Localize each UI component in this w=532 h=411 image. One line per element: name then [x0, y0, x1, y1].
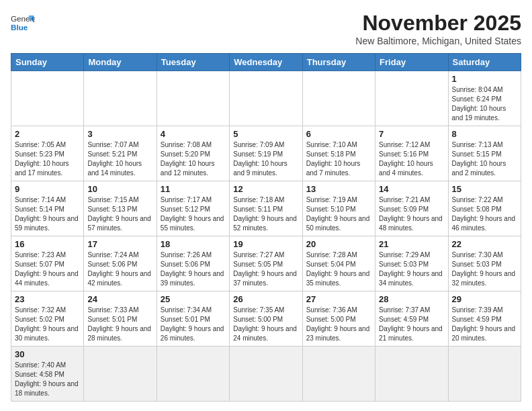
weekday-header-row: SundayMondayTuesdayWednesdayThursdayFrid… — [11, 54, 521, 71]
day-info: Sunrise: 7:36 AM Sunset: 5:00 PM Dayligh… — [306, 306, 371, 343]
calendar-cell — [157, 71, 229, 126]
calendar-cell: 25Sunrise: 7:34 AM Sunset: 5:01 PM Dayli… — [157, 291, 229, 347]
day-number: 3 — [87, 129, 152, 139]
calendar-cell: 22Sunrise: 7:30 AM Sunset: 5:03 PM Dayli… — [448, 236, 521, 291]
calendar-cell — [230, 71, 302, 126]
day-number: 12 — [233, 184, 298, 194]
day-number: 28 — [379, 294, 444, 304]
calendar-cell: 27Sunrise: 7:36 AM Sunset: 5:00 PM Dayli… — [302, 291, 375, 347]
day-info: Sunrise: 7:34 AM Sunset: 5:01 PM Dayligh… — [161, 306, 226, 343]
calendar-cell: 13Sunrise: 7:19 AM Sunset: 5:10 PM Dayli… — [302, 181, 375, 236]
day-info: Sunrise: 7:13 AM Sunset: 5:15 PM Dayligh… — [452, 140, 517, 178]
month-title: November 2025 — [355, 11, 521, 36]
day-number: 2 — [15, 129, 80, 139]
weekday-header-tuesday: Tuesday — [157, 54, 229, 71]
weekday-header-sunday: Sunday — [11, 54, 84, 71]
day-number: 15 — [452, 184, 517, 194]
calendar-cell: 2Sunrise: 7:05 AM Sunset: 5:23 PM Daylig… — [11, 126, 84, 181]
day-info: Sunrise: 7:19 AM Sunset: 5:10 PM Dayligh… — [306, 195, 371, 233]
title-block: November 2025 New Baltimore, Michigan, U… — [355, 11, 521, 46]
day-number: 23 — [15, 294, 80, 304]
calendar-cell: 29Sunrise: 7:39 AM Sunset: 4:59 PM Dayli… — [448, 291, 521, 347]
day-number: 9 — [15, 184, 80, 194]
day-number: 10 — [87, 184, 152, 194]
day-info: Sunrise: 7:32 AM Sunset: 5:02 PM Dayligh… — [15, 306, 80, 343]
calendar-cell: 17Sunrise: 7:24 AM Sunset: 5:06 PM Dayli… — [84, 236, 157, 291]
calendar-week-row: 9Sunrise: 7:14 AM Sunset: 5:14 PM Daylig… — [11, 181, 521, 236]
day-number: 25 — [161, 294, 226, 304]
day-number: 16 — [15, 239, 80, 249]
calendar-cell — [84, 347, 157, 402]
day-number: 22 — [452, 239, 517, 249]
day-number: 20 — [306, 239, 371, 249]
day-info: Sunrise: 7:18 AM Sunset: 5:11 PM Dayligh… — [233, 195, 298, 233]
day-number: 1 — [452, 74, 517, 84]
day-number: 26 — [233, 294, 298, 304]
calendar-cell: 15Sunrise: 7:22 AM Sunset: 5:08 PM Dayli… — [448, 181, 521, 236]
calendar-cell: 18Sunrise: 7:26 AM Sunset: 5:06 PM Dayli… — [157, 236, 229, 291]
day-info: Sunrise: 7:17 AM Sunset: 5:12 PM Dayligh… — [161, 195, 226, 233]
day-info: Sunrise: 7:12 AM Sunset: 5:16 PM Dayligh… — [379, 140, 444, 178]
calendar-cell — [302, 71, 375, 126]
day-info: Sunrise: 7:24 AM Sunset: 5:06 PM Dayligh… — [87, 250, 152, 288]
day-number: 24 — [87, 294, 152, 304]
calendar-cell: 19Sunrise: 7:27 AM Sunset: 5:05 PM Dayli… — [230, 236, 302, 291]
calendar-cell: 5Sunrise: 7:09 AM Sunset: 5:19 PM Daylig… — [230, 126, 302, 181]
day-number: 30 — [15, 349, 80, 359]
weekday-header-wednesday: Wednesday — [230, 54, 302, 71]
day-info: Sunrise: 7:05 AM Sunset: 5:23 PM Dayligh… — [15, 140, 80, 178]
day-number: 4 — [161, 129, 226, 139]
weekday-header-saturday: Saturday — [448, 54, 521, 71]
day-number: 18 — [161, 239, 226, 249]
calendar-cell: 14Sunrise: 7:21 AM Sunset: 5:09 PM Dayli… — [375, 181, 448, 236]
calendar-cell — [302, 347, 375, 402]
day-number: 6 — [306, 129, 371, 139]
day-number: 8 — [452, 129, 517, 139]
day-number: 5 — [233, 129, 298, 139]
day-info: Sunrise: 7:10 AM Sunset: 5:18 PM Dayligh… — [306, 140, 371, 178]
weekday-header-thursday: Thursday — [302, 54, 375, 71]
calendar-week-row: 23Sunrise: 7:32 AM Sunset: 5:02 PM Dayli… — [11, 291, 521, 347]
day-info: Sunrise: 7:30 AM Sunset: 5:03 PM Dayligh… — [452, 250, 517, 288]
day-info: Sunrise: 7:07 AM Sunset: 5:21 PM Dayligh… — [87, 140, 152, 178]
calendar-cell: 3Sunrise: 7:07 AM Sunset: 5:21 PM Daylig… — [84, 126, 157, 181]
day-info: Sunrise: 7:23 AM Sunset: 5:07 PM Dayligh… — [15, 250, 80, 288]
day-number: 19 — [233, 239, 298, 249]
location-title: New Baltimore, Michigan, United States — [355, 36, 521, 46]
day-info: Sunrise: 7:14 AM Sunset: 5:14 PM Dayligh… — [15, 195, 80, 233]
calendar-table: SundayMondayTuesdayWednesdayThursdayFrid… — [11, 53, 521, 402]
day-number: 7 — [379, 129, 444, 139]
day-info: Sunrise: 7:28 AM Sunset: 5:04 PM Dayligh… — [306, 250, 371, 288]
calendar-cell — [157, 347, 229, 402]
day-number: 21 — [379, 239, 444, 249]
day-info: Sunrise: 7:15 AM Sunset: 5:13 PM Dayligh… — [87, 195, 152, 233]
logo: General Blue — [11, 11, 35, 35]
weekday-header-monday: Monday — [84, 54, 157, 71]
calendar-cell: 28Sunrise: 7:37 AM Sunset: 4:59 PM Dayli… — [375, 291, 448, 347]
day-number: 27 — [306, 294, 371, 304]
calendar-cell: 10Sunrise: 7:15 AM Sunset: 5:13 PM Dayli… — [84, 181, 157, 236]
calendar-week-row: 1Sunrise: 8:04 AM Sunset: 6:24 PM Daylig… — [11, 71, 521, 126]
day-info: Sunrise: 7:27 AM Sunset: 5:05 PM Dayligh… — [233, 250, 298, 288]
day-number: 17 — [87, 239, 152, 249]
weekday-header-friday: Friday — [375, 54, 448, 71]
calendar-cell — [375, 347, 448, 402]
calendar-cell — [11, 71, 84, 126]
day-info: Sunrise: 8:04 AM Sunset: 6:24 PM Dayligh… — [452, 85, 517, 123]
calendar-week-row: 2Sunrise: 7:05 AM Sunset: 5:23 PM Daylig… — [11, 126, 521, 181]
day-info: Sunrise: 7:29 AM Sunset: 5:03 PM Dayligh… — [379, 250, 444, 288]
calendar-cell — [230, 347, 302, 402]
day-info: Sunrise: 7:40 AM Sunset: 4:58 PM Dayligh… — [15, 361, 80, 398]
day-info: Sunrise: 7:09 AM Sunset: 5:19 PM Dayligh… — [233, 140, 298, 178]
calendar-cell: 24Sunrise: 7:33 AM Sunset: 5:01 PM Dayli… — [84, 291, 157, 347]
calendar-cell: 26Sunrise: 7:35 AM Sunset: 5:00 PM Dayli… — [230, 291, 302, 347]
day-info: Sunrise: 7:35 AM Sunset: 5:00 PM Dayligh… — [233, 306, 298, 343]
svg-text:Blue: Blue — [11, 23, 28, 32]
calendar-cell — [448, 347, 521, 402]
day-number: 11 — [161, 184, 226, 194]
day-info: Sunrise: 7:26 AM Sunset: 5:06 PM Dayligh… — [161, 250, 226, 288]
day-info: Sunrise: 7:33 AM Sunset: 5:01 PM Dayligh… — [87, 306, 152, 343]
calendar-cell: 12Sunrise: 7:18 AM Sunset: 5:11 PM Dayli… — [230, 181, 302, 236]
day-info: Sunrise: 7:37 AM Sunset: 4:59 PM Dayligh… — [379, 306, 444, 343]
calendar-cell: 16Sunrise: 7:23 AM Sunset: 5:07 PM Dayli… — [11, 236, 84, 291]
